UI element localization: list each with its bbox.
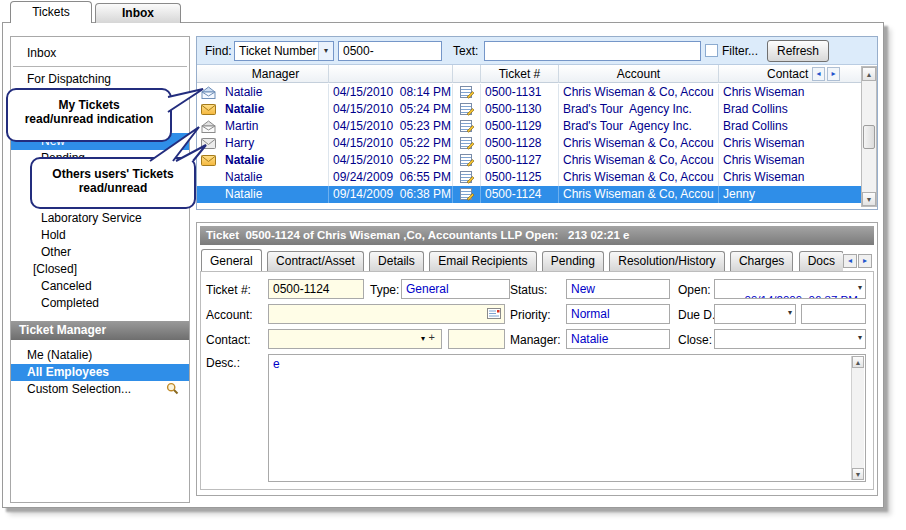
sidebar-item-inbox[interactable]: Inbox [11,45,189,62]
due-time-field[interactable] [801,304,866,324]
ticket-row[interactable]: Harry 04/15/2010 05:22 PM 0500-1128 Chri… [197,135,861,152]
priority-label: Priority: [510,308,551,322]
general-tab-content: Ticket #: 0500-1124 Type: General Status… [200,271,874,490]
detail-tabs: General Contract/Asset Details Email Rec… [201,249,843,271]
envelope-open-mine-icon [197,84,223,101]
column-header-contact[interactable]: Contact [719,65,863,83]
ticket-row-selected[interactable]: Natalie 09/14/2009 06:38 PM 0500-1124 Ch… [197,186,861,203]
scroll-down-icon[interactable]: ▼ [862,192,876,206]
callout-others-tickets: Others users' Ticketsread/unread [30,157,196,209]
tab-charges[interactable]: Charges [730,251,793,271]
ticket-row[interactable]: Martin 04/15/2010 05:23 PM 0500-1129 Bra… [197,118,861,135]
ticket-note-icon [453,186,481,203]
tab-general[interactable]: General [201,249,262,271]
find-bar: Find: Ticket Number ▾ 0500- Text: Filter… [197,37,877,65]
find-label: Find: [205,44,232,58]
type-field[interactable]: General [401,279,510,299]
ticket-row[interactable]: Natalie 04/15/2010 05:24 PM 0500-1130 Br… [197,101,861,118]
contact-extra-field[interactable] [448,329,505,349]
sidebar-item-hold[interactable]: Hold [11,227,189,244]
tab-docs[interactable]: Docs [799,251,843,271]
tab-email-recipients[interactable]: Email Recipients [429,251,536,271]
tabs-scroll-right-icon[interactable]: ▸ [858,254,872,268]
ticket-note-icon [453,118,481,135]
chevron-down-icon[interactable]: ▾ [788,308,792,317]
column-header-account[interactable]: Account [559,65,719,83]
add-contact-icon[interactable]: + [429,331,435,343]
scrollbar-thumb[interactable] [863,125,875,149]
contact-label: Contact: [206,333,251,347]
status-field[interactable]: New [566,279,670,299]
sidebar-item-me-natalie[interactable]: Me (Natalie) [11,347,189,364]
sidebar-item-all-employees[interactable]: All Employees [11,364,189,381]
ticket-note-icon [453,152,481,169]
status-label: Status: [510,283,547,297]
no-envelope [197,186,223,203]
ticket-row[interactable]: Natalie 04/15/2010 05:22 PM 0500-1127 Ch… [197,152,861,169]
no-envelope [197,169,223,186]
ticket-note-icon [453,135,481,152]
list-scrollbar[interactable]: ▲ ▼ [861,66,877,207]
sidebar-item-custom-selection[interactable]: Custom Selection... [11,381,189,398]
scroll-down-icon[interactable]: ▼ [852,468,864,480]
column-header-envelope[interactable] [197,65,223,83]
description-label: Desc.: [206,356,240,370]
column-header-activity[interactable]: Last External Activity▽ [329,65,453,83]
envelope-unread-mine-icon [197,152,223,169]
tab-contract-asset[interactable]: Contract/Asset [267,251,364,271]
due-date-field[interactable]: ▾ [714,304,796,324]
ticket-note-icon [453,84,481,101]
account-label: Account: [206,308,253,322]
chevron-down-icon[interactable]: ▾ [318,42,333,60]
account-card-icon[interactable] [487,308,501,319]
text-input[interactable] [484,41,701,61]
description-scrollbar[interactable]: ▲ ▼ [851,356,864,480]
type-label: Type: [370,283,399,297]
sidebar-section-ticket-manager: Ticket Manager [11,321,189,340]
description-textarea[interactable]: e ▲ ▼ [268,354,866,482]
close-label: Close: [678,333,712,347]
scroll-up-icon[interactable]: ▲ [862,67,876,81]
manager-field[interactable]: Natalie [566,329,670,349]
ticket-number-field[interactable]: 0500-1124 [268,279,364,299]
account-field[interactable]: Chris Wiseman & Co, Accountants Ll [268,304,505,324]
tabs-scroll-left-icon[interactable]: ◂ [843,254,857,268]
manager-label: Manager: [510,333,561,347]
priority-field[interactable]: Normal [566,304,670,324]
column-scroll-left-icon[interactable]: ◂ [812,67,825,81]
find-value-input[interactable]: 0500- [338,41,442,61]
tab-details[interactable]: Details [369,251,424,271]
tab-resolution-history[interactable]: Resolution/History [609,251,724,271]
close-date-field[interactable]: ▾ [714,329,866,349]
chevron-down-icon[interactable]: ▾ [858,333,862,342]
column-header-note[interactable] [453,65,481,83]
column-header-ticket[interactable]: Ticket # [481,65,559,83]
scroll-up-icon[interactable]: ▲ [852,356,864,368]
sidebar-item-for-dispatching[interactable]: For Dispatching [11,71,189,88]
contact-field[interactable]: Jenny ▾ + [268,329,442,349]
sidebar-item-closed[interactable]: [Closed] [11,261,189,278]
find-type-dropdown[interactable]: Ticket Number ▾ [234,41,334,61]
sidebar-item-canceled[interactable]: Canceled [11,278,189,295]
column-scroll-right-icon[interactable]: ▸ [827,67,840,81]
ticket-row[interactable]: Natalie 04/15/2010 08:14 PM 0500-1131 Ch… [197,84,861,101]
ticket-detail-title: Ticket 0500-1124 of Chris Wiseman ,Co, A… [200,226,874,245]
tab-pending[interactable]: Pending [542,251,604,271]
sidebar-item-other[interactable]: Other [11,244,189,261]
ticket-row[interactable]: Natalie 09/24/2009 06:55 PM 0500-1125 Ch… [197,169,861,186]
text-label: Text: [453,44,478,58]
open-label: Open: [678,283,711,297]
chevron-down-icon[interactable]: ▾ [421,334,425,343]
sidebar-item-completed[interactable]: Completed [11,295,189,312]
column-header-manager[interactable]: Manager [223,65,329,83]
tab-tickets[interactable]: Tickets [10,1,92,23]
open-date-field[interactable]: 09/14/2009 06:37 PM ▾ [714,279,866,299]
refresh-button[interactable]: Refresh [767,40,829,62]
sidebar-item-laboratory-service[interactable]: Laboratory Service [11,210,189,227]
ticket-detail-panel: Ticket 0500-1124 of Chris Wiseman ,Co, A… [196,222,878,496]
filter-checkbox[interactable] [705,44,718,57]
tab-inbox[interactable]: Inbox [95,3,181,23]
ticket-list-region: Find: Ticket Number ▾ 0500- Text: Filter… [196,36,878,210]
app-window: Tickets Inbox Inbox For Dispatching New … [0,0,906,530]
chevron-down-icon[interactable]: ▾ [858,283,862,292]
